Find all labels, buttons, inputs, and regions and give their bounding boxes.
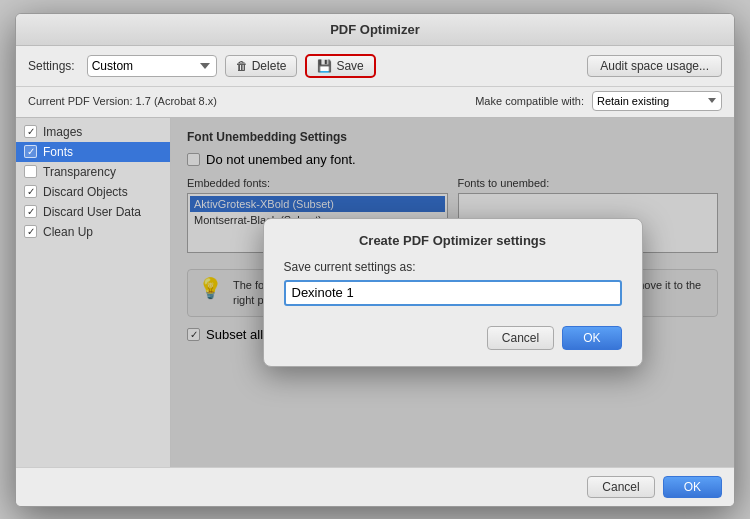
dialog-input[interactable]	[284, 280, 622, 306]
sidebar-item-fonts-label: Fonts	[43, 145, 73, 159]
sidebar: Images Fonts Transparency Discard Object…	[16, 118, 171, 467]
main-content: Images Fonts Transparency Discard Object…	[16, 117, 734, 467]
save-button[interactable]: 💾 Save	[305, 54, 375, 78]
discard-objects-checkbox[interactable]	[24, 185, 37, 198]
bottom-bar: Cancel OK	[16, 467, 734, 506]
bottom-cancel-button[interactable]: Cancel	[587, 476, 654, 498]
sidebar-item-transparency-label: Transparency	[43, 165, 116, 179]
dialog-overlay: Create PDF Optimizer settings Save curre…	[171, 118, 734, 467]
transparency-checkbox[interactable]	[24, 165, 37, 178]
dialog-buttons: Cancel OK	[264, 322, 642, 366]
toolbar: Settings: Custom 🗑 Delete 💾 Save Audit s…	[16, 46, 734, 87]
dialog-title: Create PDF Optimizer settings	[264, 219, 642, 256]
discard-user-data-checkbox[interactable]	[24, 205, 37, 218]
fonts-checkbox[interactable]	[24, 145, 37, 158]
images-checkbox[interactable]	[24, 125, 37, 138]
main-window: PDF Optimizer Settings: Custom 🗑 Delete …	[15, 13, 735, 507]
sidebar-item-transparency[interactable]: Transparency	[16, 162, 170, 182]
info-bar: Current PDF Version: 1.7 (Acrobat 8.x) M…	[16, 87, 734, 117]
title-bar: PDF Optimizer	[16, 14, 734, 46]
audit-button[interactable]: Audit space usage...	[587, 55, 722, 77]
sidebar-item-cleanup-label: Clean Up	[43, 225, 93, 239]
sidebar-item-images[interactable]: Images	[16, 122, 170, 142]
floppy-icon: 💾	[317, 59, 332, 73]
compat-label: Make compatible with:	[475, 95, 584, 107]
sidebar-item-fonts[interactable]: Fonts	[16, 142, 170, 162]
sidebar-item-discard-user-data[interactable]: Discard User Data	[16, 202, 170, 222]
delete-button[interactable]: 🗑 Delete	[225, 55, 298, 77]
settings-select[interactable]: Custom	[87, 55, 217, 77]
window-title: PDF Optimizer	[330, 22, 420, 37]
settings-label: Settings:	[28, 59, 75, 73]
dialog: Create PDF Optimizer settings Save curre…	[263, 218, 643, 367]
content-panel: Font Unembedding Settings Do not unembed…	[171, 118, 734, 467]
sidebar-item-images-label: Images	[43, 125, 82, 139]
dialog-ok-button[interactable]: OK	[562, 326, 621, 350]
compat-select[interactable]: Retain existing	[592, 91, 722, 111]
sidebar-item-cleanup[interactable]: Clean Up	[16, 222, 170, 242]
sidebar-item-discard-user-data-label: Discard User Data	[43, 205, 141, 219]
sidebar-item-discard-objects[interactable]: Discard Objects	[16, 182, 170, 202]
cleanup-checkbox[interactable]	[24, 225, 37, 238]
dialog-cancel-button[interactable]: Cancel	[487, 326, 554, 350]
bottom-ok-button[interactable]: OK	[663, 476, 722, 498]
pdf-version-label: Current PDF Version: 1.7 (Acrobat 8.x)	[28, 95, 217, 107]
trash-icon: 🗑	[236, 59, 248, 73]
dialog-body: Save current settings as:	[264, 256, 642, 322]
dialog-label: Save current settings as:	[284, 260, 622, 274]
compat-section: Make compatible with: Retain existing	[475, 91, 722, 111]
sidebar-item-discard-objects-label: Discard Objects	[43, 185, 128, 199]
